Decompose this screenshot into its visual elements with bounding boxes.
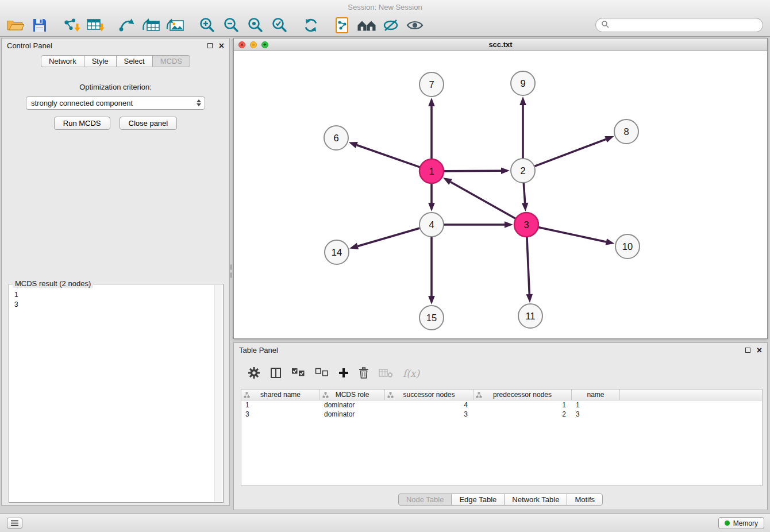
result-scrollbar[interactable] [214,285,222,502]
add-column-icon[interactable] [338,368,349,380]
delete-column-icon[interactable] [359,367,369,380]
graph-edge-3-11[interactable] [526,237,533,303]
memory-label: Memory [733,519,758,527]
float-table-panel-icon[interactable] [745,348,750,353]
export-table-icon[interactable] [139,16,163,35]
svg-text:14: 14 [332,247,342,257]
first-neighbors-icon[interactable] [330,16,355,35]
zoom-in-icon[interactable] [195,16,219,35]
graph-node-4[interactable]: 4 [419,213,444,237]
svg-text:1: 1 [429,166,434,176]
graph-node-3[interactable]: 3 [514,213,538,237]
graph-node-15[interactable]: 15 [419,306,444,330]
network-canvas[interactable]: 7968124314101511 [234,51,767,338]
graph-node-6[interactable]: 6 [324,126,348,150]
column-type-icon [244,392,250,400]
graph-node-2[interactable]: 2 [511,159,535,183]
graph-node-1[interactable]: 1 [419,159,444,183]
memory-button[interactable]: Memory [718,517,764,529]
task-history-button[interactable] [7,518,22,529]
search-input[interactable] [612,21,757,29]
zoom-out-icon[interactable] [219,16,243,35]
graph-edge-3-10[interactable] [538,227,615,245]
export-network-icon[interactable] [115,16,139,35]
import-table-icon[interactable] [83,16,107,35]
panel-splitter-handle[interactable] [230,272,232,278]
column-header-shared-name[interactable]: shared name [241,390,320,400]
graph-edge-1-7[interactable] [428,98,435,159]
close-window-icon[interactable]: × [238,41,245,48]
columns-icon[interactable] [270,367,282,380]
eye-icon[interactable] [403,16,427,35]
panel-splitter-handle[interactable] [230,264,232,270]
svg-text:15: 15 [426,313,437,323]
graph-node-7[interactable]: 7 [419,72,444,97]
network-graph[interactable]: 7968124314101511 [234,51,767,338]
graph-edge-4-15[interactable] [428,237,435,304]
graph-edge-4-14[interactable] [349,228,420,249]
graph-edge-2-8[interactable] [534,136,614,167]
minimize-window-icon[interactable]: − [250,41,257,48]
table-row[interactable]: 1 dominator 4 1 1 [241,400,762,410]
tab-edge-table[interactable]: Edge Table [451,494,505,506]
refresh-icon[interactable] [299,16,323,35]
close-panel-icon[interactable]: × [219,41,224,51]
graph-node-8[interactable]: 8 [614,119,638,144]
table-row[interactable]: 3 dominator 3 2 3 [241,410,762,419]
graph-edge-1-6[interactable] [349,142,421,167]
close-panel-button[interactable]: Close panel [120,117,178,130]
delete-table-icon[interactable] [379,368,393,380]
graph-edge-1-4[interactable] [428,183,435,211]
column-header-label: name [587,391,604,399]
deselect-all-icon[interactable] [315,368,329,379]
graph-node-11[interactable]: 11 [518,304,542,328]
open-session-icon[interactable] [3,16,28,35]
tab-network[interactable]: Network [41,55,84,67]
function-builder-icon[interactable]: f(x) [403,368,419,379]
window-controls: × − + [234,41,268,48]
graph-edge-3-1[interactable] [443,178,516,218]
tab-network-table[interactable]: Network Table [504,494,567,506]
column-header-successor-nodes[interactable]: successor nodes [385,390,473,400]
list-icon [11,520,18,526]
zoom-fit-icon[interactable] [243,16,267,35]
svg-text:4: 4 [429,219,434,230]
float-panel-icon[interactable] [207,43,213,48]
graph-edge-2-9[interactable] [519,97,526,159]
search-field[interactable] [595,18,763,32]
select-all-icon[interactable] [291,368,305,379]
graph-edge-4-3[interactable] [444,221,513,228]
tab-style[interactable]: Style [84,55,117,67]
maximize-window-icon[interactable]: + [261,41,268,48]
cell-mcds-role: dominator [320,410,385,418]
zoom-selected-icon[interactable] [267,16,291,35]
export-image-icon[interactable] [163,16,187,35]
gear-icon[interactable] [248,367,260,381]
close-table-panel-icon[interactable]: × [757,346,762,355]
svg-text:7: 7 [429,79,434,90]
home-icon[interactable] [355,16,379,35]
tab-select[interactable]: Select [116,55,153,67]
save-session-icon[interactable] [28,16,52,35]
criterion-select[interactable]: strongly connected component [26,97,205,110]
graph-node-10[interactable]: 10 [615,234,640,259]
graph-edge-1-2[interactable] [444,167,510,174]
graph-node-9[interactable]: 9 [511,71,535,95]
cell-name: 3 [572,410,620,418]
graph-node-14[interactable]: 14 [325,240,349,264]
import-network-icon[interactable] [59,16,83,35]
tab-node-table[interactable]: Node Table [398,494,452,506]
tab-motifs[interactable]: Motifs [567,494,603,506]
column-header-predecessor-nodes[interactable]: predecessor nodes [473,390,572,400]
table-panel-title: Table Panel [239,346,745,354]
column-header-name[interactable]: name [572,390,620,400]
cell-successor-nodes: 4 [385,401,473,409]
cell-name: 1 [572,401,620,409]
tab-mcds[interactable]: MCDS [152,55,190,67]
mcds-result-list: 1 3 [9,284,223,310]
graph-edge-2-3[interactable] [522,183,529,211]
run-mcds-button[interactable]: Run MCDS [54,117,110,130]
cell-predecessor-nodes: 1 [473,401,572,409]
graphics-details-icon[interactable] [379,16,403,35]
column-header-mcds-role[interactable]: MCDS role [320,390,385,400]
